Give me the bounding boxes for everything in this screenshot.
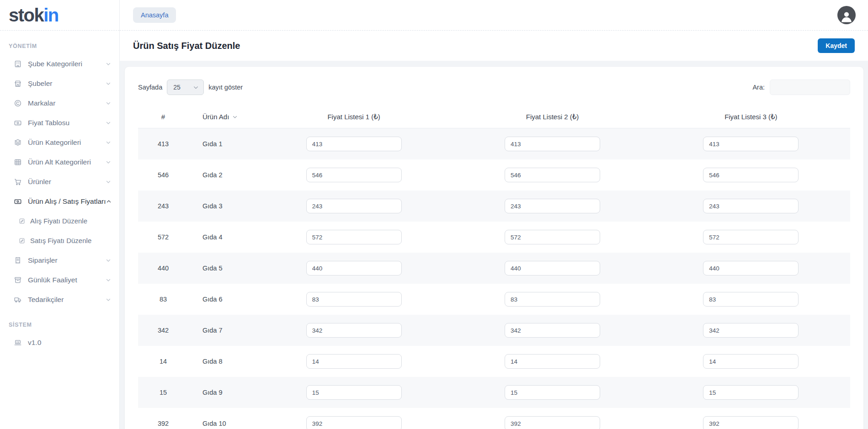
page-size-select[interactable]: 25 <box>167 79 204 95</box>
price-input-3[interactable] <box>703 292 799 307</box>
price-cell-2 <box>453 199 651 213</box>
price-input-1[interactable] <box>306 168 402 182</box>
sidebar-item-urun-kategorileri[interactable]: Ürün Kategorileri <box>0 132 119 152</box>
price-input-1[interactable] <box>306 354 402 369</box>
sidebar-item-fiyat-tablosu[interactable]: Fiyat Tablosu <box>0 113 119 132</box>
row-id: 546 <box>138 171 188 179</box>
price-input-3[interactable] <box>703 354 799 369</box>
sidebar-subitem-satis-fiyati-duzenle[interactable]: Satış Fiyatı Düzenle <box>0 231 119 250</box>
price-cell-1 <box>255 416 453 429</box>
price-input-3[interactable] <box>703 230 799 244</box>
breadcrumb-anasayfa[interactable]: Anasayfa <box>133 7 176 23</box>
sidebar-item-label: Ürünler <box>28 178 51 186</box>
row-id: 440 <box>138 265 188 272</box>
sidebar-subitem-label: Satış Fiyatı Düzenle <box>30 237 91 244</box>
edit-icon <box>19 218 25 224</box>
row-name: Gıda 9 <box>188 389 255 396</box>
table-card: Sayfada 25 kayıt göster Ara: <box>124 66 864 429</box>
row-id: 14 <box>138 358 188 365</box>
app-window: stokin YÖNETİM Şube Kategorileri Şubeler… <box>0 0 868 429</box>
price-cell-1 <box>255 199 453 213</box>
price-input-3[interactable] <box>703 385 799 400</box>
user-avatar[interactable] <box>837 6 856 24</box>
price-input-1[interactable] <box>306 292 402 307</box>
price-input-3[interactable] <box>703 199 799 213</box>
price-input-3[interactable] <box>703 168 799 182</box>
price-input-1[interactable] <box>306 385 402 400</box>
chevron-down-icon <box>106 81 111 86</box>
sidebar-section: YÖNETİM Şube Kategorileri Şubeler Markal… <box>0 43 119 309</box>
row-name: Gıda 8 <box>188 358 255 365</box>
chevron-down-icon <box>106 258 111 263</box>
sidebar-item-urunler[interactable]: Ürünler <box>0 172 119 191</box>
row-name: Gıda 3 <box>188 202 255 210</box>
sidebar-subitem-alis-fiyati-duzenle[interactable]: Alış Fiyatı Düzenle <box>0 211 119 231</box>
sidebar-item-label: Ürün Kategorileri <box>28 138 81 147</box>
price-table: # Ürün Adı Fiyat Listesi 1 (₺) Fiyat Lis… <box>138 106 850 429</box>
sidebar-item-label: Günlük Faaliyet <box>28 276 77 284</box>
sidebar-item-markalar[interactable]: Markalar <box>0 93 119 113</box>
truck-icon <box>14 296 22 304</box>
price-input-1[interactable] <box>306 261 402 275</box>
price-input-1[interactable] <box>306 137 402 151</box>
price-cell-1 <box>255 230 453 244</box>
sidebar-section-items: Şube Kategorileri Şubeler Markalar Fiyat… <box>0 54 119 309</box>
price-input-2[interactable] <box>505 230 600 244</box>
price-input-3[interactable] <box>703 323 799 338</box>
price-cell-3 <box>652 168 850 182</box>
sidebar-item-urun-alt-kategorileri[interactable]: Ürün Alt Kategorileri <box>0 152 119 172</box>
sidebar-item-subeler[interactable]: Şubeler <box>0 74 119 93</box>
sidebar-item-gunluk-faaliyet[interactable]: Günlük Faaliyet <box>0 270 119 290</box>
main-area: Anasayfa Ürün Satış Fiyat Düzenle Kaydet… <box>120 0 868 429</box>
table-row: 14 Gıda 8 <box>138 346 850 377</box>
price-input-3[interactable] <box>703 261 799 275</box>
content: Sayfada 25 kayıt göster Ara: <box>120 61 868 429</box>
table-header: # Ürün Adı Fiyat Listesi 1 (₺) Fiyat Lis… <box>138 106 850 128</box>
price-input-3[interactable] <box>703 416 799 429</box>
chevron-up-icon <box>106 199 112 204</box>
price-input-1[interactable] <box>306 230 402 244</box>
column-header-price2: Fiyat Listesi 2 (₺) <box>453 113 651 121</box>
sidebar-item-label: Fiyat Tablosu <box>28 119 69 127</box>
table-row: 83 Gıda 6 <box>138 284 850 315</box>
page-size-suffix-label: kayıt göster <box>208 84 243 91</box>
sidebar-item-urun-alis-satis-fiyatlari[interactable]: Ürün Alış / Satış Fiyatları <box>0 191 119 211</box>
price-input-1[interactable] <box>306 323 402 338</box>
sidebar-nav: YÖNETİM Şube Kategorileri Şubeler Markal… <box>0 31 119 352</box>
sidebar-item-version[interactable]: v1.0 <box>0 333 119 352</box>
table-row: 413 Gıda 1 <box>138 128 850 159</box>
price-input-2[interactable] <box>505 168 600 182</box>
sidebar-item-label: Ürün Alış / Satış Fiyatları <box>28 197 106 206</box>
banknote-icon <box>14 119 22 127</box>
price-input-2[interactable] <box>505 416 600 429</box>
sidebar-item-label: Şubeler <box>28 79 52 88</box>
price-input-3[interactable] <box>703 137 799 151</box>
price-input-2[interactable] <box>505 385 600 400</box>
chevron-down-icon <box>106 179 111 185</box>
price-cell-1 <box>255 168 453 182</box>
sidebar-item-siparisler[interactable]: Siparişler <box>0 250 119 270</box>
search-input[interactable] <box>770 79 850 95</box>
price-input-2[interactable] <box>505 354 600 369</box>
price-input-2[interactable] <box>505 261 600 275</box>
sidebar-item-label: Şube Kategorileri <box>28 60 82 68</box>
building-icon <box>14 60 22 68</box>
layers-icon <box>14 138 22 147</box>
chevron-down-icon <box>106 277 111 283</box>
price-input-1[interactable] <box>306 199 402 213</box>
price-cell-2 <box>453 416 651 429</box>
price-input-2[interactable] <box>505 323 600 338</box>
price-input-2[interactable] <box>505 199 600 213</box>
price-input-2[interactable] <box>505 292 600 307</box>
column-header-name[interactable]: Ürün Adı <box>188 113 255 121</box>
edit-icon <box>19 238 25 244</box>
sidebar-section-label: YÖNETİM <box>0 43 119 49</box>
save-button[interactable]: Kaydet <box>818 38 855 53</box>
sidebar-subitem-label: Alış Fiyatı Düzenle <box>30 217 87 225</box>
price-cell-3 <box>652 323 850 338</box>
sidebar-item-sube-kategorileri[interactable]: Şube Kategorileri <box>0 54 119 74</box>
row-id: 15 <box>138 389 188 396</box>
sidebar-item-tedarikciler[interactable]: Tedarikçiler <box>0 290 119 309</box>
price-input-2[interactable] <box>505 137 600 151</box>
price-input-1[interactable] <box>306 416 402 429</box>
